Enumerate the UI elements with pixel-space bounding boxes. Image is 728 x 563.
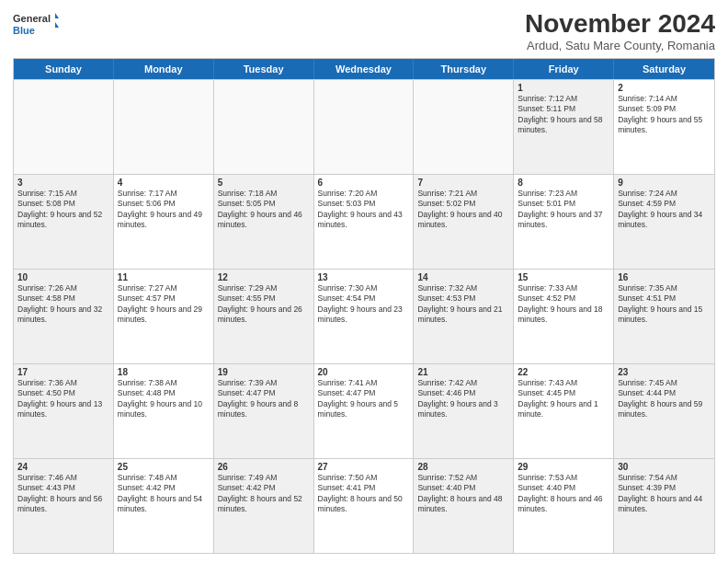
calendar-cell [314,80,415,174]
cell-info: Sunrise: 7:26 AM Sunset: 4:58 PM Dayligh… [17,283,109,326]
day-number: 4 [118,178,210,188]
calendar-cell: 1Sunrise: 7:12 AM Sunset: 5:11 PM Daylig… [514,80,614,174]
svg-text:Blue: Blue [13,25,35,36]
day-number: 26 [218,462,310,472]
cell-info: Sunrise: 7:32 AM Sunset: 4:53 PM Dayligh… [417,283,509,326]
title-block: November 2024 Ardud, Satu Mare County, R… [525,9,715,52]
header-day: Sunday [14,59,114,79]
calendar-cell: 14Sunrise: 7:32 AM Sunset: 4:53 PM Dayli… [414,270,514,363]
day-number: 16 [618,272,711,282]
calendar-cell: 16Sunrise: 7:35 AM Sunset: 4:51 PM Dayli… [614,270,714,363]
calendar-cell: 27Sunrise: 7:50 AM Sunset: 4:41 PM Dayli… [314,459,415,553]
calendar-cell: 6Sunrise: 7:20 AM Sunset: 5:03 PM Daylig… [314,175,415,269]
calendar: SundayMondayTuesdayWednesdayThursdayFrid… [13,58,715,554]
cell-info: Sunrise: 7:41 AM Sunset: 4:47 PM Dayligh… [318,378,410,420]
cell-info: Sunrise: 7:48 AM Sunset: 4:42 PM Dayligh… [118,473,210,515]
day-number: 12 [218,272,310,282]
calendar-cell: 23Sunrise: 7:45 AM Sunset: 4:44 PM Dayli… [614,364,714,458]
svg-marker-3 [55,22,59,28]
day-number: 6 [318,178,410,188]
calendar-cell: 10Sunrise: 7:26 AM Sunset: 4:58 PM Dayli… [14,270,114,363]
day-number: 30 [618,462,711,472]
calendar-cell: 9Sunrise: 7:24 AM Sunset: 4:59 PM Daylig… [614,175,714,269]
calendar-cell: 8Sunrise: 7:23 AM Sunset: 5:01 PM Daylig… [514,175,614,269]
cell-info: Sunrise: 7:18 AM Sunset: 5:05 PM Dayligh… [218,189,310,231]
calendar-row: 17Sunrise: 7:36 AM Sunset: 4:50 PM Dayli… [14,363,714,458]
cell-info: Sunrise: 7:20 AM Sunset: 5:03 PM Dayligh… [318,189,410,231]
day-number: 24 [17,462,109,472]
header-day: Saturday [614,59,714,79]
page: General Blue November 2024 Ardud, Satu M… [0,0,728,563]
cell-info: Sunrise: 7:46 AM Sunset: 4:43 PM Dayligh… [17,473,109,515]
cell-info: Sunrise: 7:39 AM Sunset: 4:47 PM Dayligh… [218,378,310,420]
header-day: Monday [114,59,214,79]
day-number: 2 [618,83,711,93]
calendar-cell [414,80,514,174]
calendar-row: 10Sunrise: 7:26 AM Sunset: 4:58 PM Dayli… [14,269,714,363]
day-number: 19 [218,367,310,377]
day-number: 27 [318,462,410,472]
calendar-body: 1Sunrise: 7:12 AM Sunset: 5:11 PM Daylig… [14,79,714,553]
calendar-header: SundayMondayTuesdayWednesdayThursdayFrid… [14,59,714,79]
header-day: Thursday [414,59,514,79]
calendar-cell: 4Sunrise: 7:17 AM Sunset: 5:06 PM Daylig… [114,175,214,269]
day-number: 1 [518,83,609,93]
calendar-row: 24Sunrise: 7:46 AM Sunset: 4:43 PM Dayli… [14,458,714,553]
cell-info: Sunrise: 7:35 AM Sunset: 4:51 PM Dayligh… [618,283,711,326]
cell-info: Sunrise: 7:52 AM Sunset: 4:40 PM Dayligh… [417,473,509,515]
calendar-cell: 18Sunrise: 7:38 AM Sunset: 4:48 PM Dayli… [114,364,214,458]
day-number: 5 [218,178,310,188]
cell-info: Sunrise: 7:21 AM Sunset: 5:02 PM Dayligh… [417,189,509,231]
cell-info: Sunrise: 7:27 AM Sunset: 4:57 PM Dayligh… [118,283,210,326]
cell-info: Sunrise: 7:23 AM Sunset: 5:01 PM Dayligh… [518,189,609,231]
day-number: 29 [518,462,609,472]
cell-info: Sunrise: 7:54 AM Sunset: 4:39 PM Dayligh… [618,473,711,515]
calendar-cell: 22Sunrise: 7:43 AM Sunset: 4:45 PM Dayli… [514,364,614,458]
day-number: 11 [118,272,210,282]
svg-marker-2 [55,13,59,18]
cell-info: Sunrise: 7:36 AM Sunset: 4:50 PM Dayligh… [17,378,109,420]
calendar-cell: 25Sunrise: 7:48 AM Sunset: 4:42 PM Dayli… [114,459,214,553]
day-number: 22 [518,367,609,377]
day-number: 15 [518,272,609,282]
day-number: 3 [17,178,109,188]
cell-info: Sunrise: 7:53 AM Sunset: 4:40 PM Dayligh… [518,473,609,515]
day-number: 8 [518,178,609,188]
header-day: Friday [514,59,614,79]
calendar-cell: 30Sunrise: 7:54 AM Sunset: 4:39 PM Dayli… [614,459,714,553]
cell-info: Sunrise: 7:12 AM Sunset: 5:11 PM Dayligh… [518,94,609,136]
cell-info: Sunrise: 7:49 AM Sunset: 4:42 PM Dayligh… [218,473,310,515]
calendar-cell: 19Sunrise: 7:39 AM Sunset: 4:47 PM Dayli… [214,364,314,458]
day-number: 9 [618,178,711,188]
cell-info: Sunrise: 7:45 AM Sunset: 4:44 PM Dayligh… [618,378,711,420]
day-number: 21 [417,367,509,377]
calendar-cell [114,80,214,174]
calendar-row: 3Sunrise: 7:15 AM Sunset: 5:08 PM Daylig… [14,174,714,269]
calendar-row: 1Sunrise: 7:12 AM Sunset: 5:11 PM Daylig… [14,79,714,174]
calendar-cell: 20Sunrise: 7:41 AM Sunset: 4:47 PM Dayli… [314,364,415,458]
day-number: 7 [417,178,509,188]
calendar-cell: 26Sunrise: 7:49 AM Sunset: 4:42 PM Dayli… [214,459,314,553]
svg-text:General: General [13,13,51,24]
calendar-cell: 3Sunrise: 7:15 AM Sunset: 5:08 PM Daylig… [14,175,114,269]
cell-info: Sunrise: 7:42 AM Sunset: 4:46 PM Dayligh… [417,378,509,420]
header-day: Tuesday [214,59,314,79]
calendar-cell: 15Sunrise: 7:33 AM Sunset: 4:52 PM Dayli… [514,270,614,363]
calendar-cell: 28Sunrise: 7:52 AM Sunset: 4:40 PM Dayli… [414,459,514,553]
cell-info: Sunrise: 7:38 AM Sunset: 4:48 PM Dayligh… [118,378,210,420]
cell-info: Sunrise: 7:15 AM Sunset: 5:08 PM Dayligh… [17,189,109,231]
header-day: Wednesday [314,59,415,79]
cell-info: Sunrise: 7:14 AM Sunset: 5:09 PM Dayligh… [618,94,711,136]
day-number: 17 [17,367,109,377]
calendar-cell: 5Sunrise: 7:18 AM Sunset: 5:05 PM Daylig… [214,175,314,269]
day-number: 13 [318,272,410,282]
calendar-cell [214,80,314,174]
day-number: 18 [118,367,210,377]
cell-info: Sunrise: 7:43 AM Sunset: 4:45 PM Dayligh… [518,378,609,420]
subtitle: Ardud, Satu Mare County, Romania [525,39,715,52]
calendar-cell: 17Sunrise: 7:36 AM Sunset: 4:50 PM Dayli… [14,364,114,458]
calendar-cell: 13Sunrise: 7:30 AM Sunset: 4:54 PM Dayli… [314,270,415,363]
day-number: 23 [618,367,711,377]
cell-info: Sunrise: 7:17 AM Sunset: 5:06 PM Dayligh… [118,189,210,231]
calendar-cell: 2Sunrise: 7:14 AM Sunset: 5:09 PM Daylig… [614,80,714,174]
